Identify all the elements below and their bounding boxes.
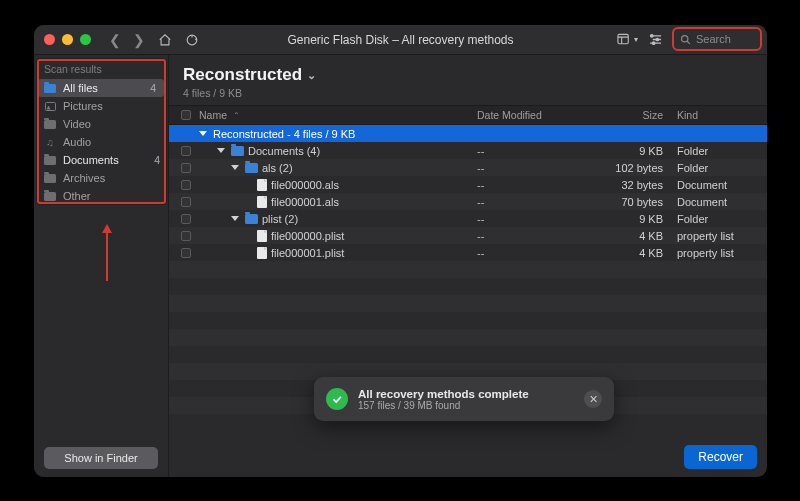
sidebar-item-audio[interactable]: ♫Audio (34, 133, 168, 151)
results-subheading: 4 files / 9 KB (183, 87, 753, 99)
file-kind: property list (677, 247, 767, 259)
disclosure-open-icon[interactable] (199, 131, 207, 136)
file-name: file000000.als (271, 179, 339, 191)
file-size: 4 KB (587, 247, 677, 259)
file-name: file000001.als (271, 196, 339, 208)
table-row[interactable]: file000001.plist--4 KBproperty list (169, 244, 767, 261)
folder-icon (44, 156, 56, 165)
svg-point-3 (656, 38, 658, 40)
select-all-checkbox[interactable] (181, 110, 191, 120)
file-size: 70 bytes (587, 196, 677, 208)
row-checkbox[interactable] (181, 146, 191, 156)
svg-point-2 (651, 34, 653, 36)
table-row[interactable]: file000001.als--70 bytesDocument (169, 193, 767, 210)
row-checkbox[interactable] (181, 197, 191, 207)
file-kind: Folder (677, 162, 767, 174)
file-kind: property list (677, 230, 767, 242)
file-icon (257, 247, 267, 259)
table-row[interactable]: plist (2)--9 KBFolder (169, 210, 767, 227)
file-icon (257, 230, 267, 242)
column-date-modified[interactable]: Date Modified (477, 109, 587, 121)
date-modified: -- (477, 196, 587, 208)
zoom-icon[interactable] (80, 34, 91, 45)
folder-icon (44, 120, 56, 129)
folder-icon (231, 146, 244, 156)
file-name: plist (2) (262, 213, 298, 225)
search-input[interactable] (696, 33, 754, 45)
sidebar-item-archives[interactable]: Archives (34, 169, 168, 187)
file-name: Documents (4) (248, 145, 320, 157)
sidebar-item-video[interactable]: Video (34, 115, 168, 133)
table-row (169, 261, 767, 278)
sidebar-item-documents[interactable]: Documents4 (34, 151, 168, 169)
table-row (169, 295, 767, 312)
recover-button[interactable]: Recover (684, 445, 757, 469)
toast-close-button[interactable]: ✕ (584, 390, 602, 408)
table-row[interactable]: file000000.plist--4 KBproperty list (169, 227, 767, 244)
sidebar-item-label: Other (63, 190, 91, 202)
forward-button[interactable]: ❯ (133, 33, 145, 47)
search-icon (680, 34, 691, 45)
date-modified: -- (477, 145, 587, 157)
file-list: Reconstructed - 4 files / 9 KBDocuments … (169, 125, 767, 477)
file-icon (257, 196, 267, 208)
row-checkbox[interactable] (181, 214, 191, 224)
row-checkbox[interactable] (181, 180, 191, 190)
folder-icon (44, 174, 56, 183)
column-kind[interactable]: Kind (677, 109, 767, 121)
svg-point-5 (682, 35, 688, 41)
show-in-finder-button[interactable]: Show in Finder (44, 447, 158, 469)
sidebar-item-label: Pictures (63, 100, 103, 112)
disclosure-open-icon[interactable] (217, 148, 225, 153)
group-row[interactable]: Reconstructed - 4 files / 9 KB (169, 125, 767, 142)
sidebar-item-pictures[interactable]: Pictures (34, 97, 168, 115)
column-name[interactable]: Name ⌃ (195, 109, 477, 121)
row-checkbox[interactable] (181, 163, 191, 173)
file-size: 102 bytes (587, 162, 677, 174)
row-checkbox[interactable] (181, 248, 191, 258)
date-modified: -- (477, 247, 587, 259)
filter-icon[interactable] (648, 32, 663, 47)
table-row[interactable]: file000000.als--32 bytesDocument (169, 176, 767, 193)
toast-complete: All recovery methods complete 157 files … (314, 377, 614, 421)
file-kind: Folder (677, 213, 767, 225)
file-kind: Document (677, 196, 767, 208)
results-heading[interactable]: Reconstructed ⌄ (183, 65, 753, 85)
row-checkbox[interactable] (181, 231, 191, 241)
disclosure-open-icon[interactable] (231, 216, 239, 221)
table-row (169, 329, 767, 346)
sidebar-item-count: 4 (150, 82, 156, 94)
disclosure-open-icon[interactable] (231, 165, 239, 170)
picture-icon (45, 102, 56, 111)
file-kind: Folder (677, 145, 767, 157)
results-heading-label: Reconstructed (183, 65, 302, 85)
sidebar-item-other[interactable]: Other (34, 187, 168, 205)
search-field[interactable] (673, 28, 761, 50)
svg-point-4 (652, 42, 654, 44)
toast-message: All recovery methods complete (358, 388, 529, 400)
date-modified: -- (477, 230, 587, 242)
checkmark-icon (326, 388, 348, 410)
refresh-icon[interactable] (184, 32, 199, 47)
column-size[interactable]: Size (587, 109, 677, 121)
table-row (169, 346, 767, 363)
home-icon[interactable] (157, 32, 172, 47)
close-icon[interactable] (44, 34, 55, 45)
sidebar-item-label: All files (63, 82, 98, 94)
group-label: Reconstructed - 4 files / 9 KB (213, 128, 355, 140)
table-row[interactable]: Documents (4)--9 KBFolder (169, 142, 767, 159)
view-mode-button[interactable]: ▾ (617, 33, 638, 45)
folder-icon (44, 192, 56, 201)
table-row (169, 278, 767, 295)
history-nav: ❮ ❯ (109, 32, 199, 47)
sidebar-item-all-files[interactable]: All files4 (38, 79, 164, 97)
chevron-down-icon: ⌄ (307, 69, 316, 82)
folder-icon (44, 84, 56, 93)
table-row[interactable]: als (2)--102 bytesFolder (169, 159, 767, 176)
main-pane: Reconstructed ⌄ 4 files / 9 KB Name ⌃ Da… (169, 55, 767, 477)
file-size: 4 KB (587, 230, 677, 242)
svg-rect-1 (618, 34, 628, 43)
folder-icon (245, 214, 258, 224)
minimize-icon[interactable] (62, 34, 73, 45)
back-button[interactable]: ❮ (109, 33, 121, 47)
